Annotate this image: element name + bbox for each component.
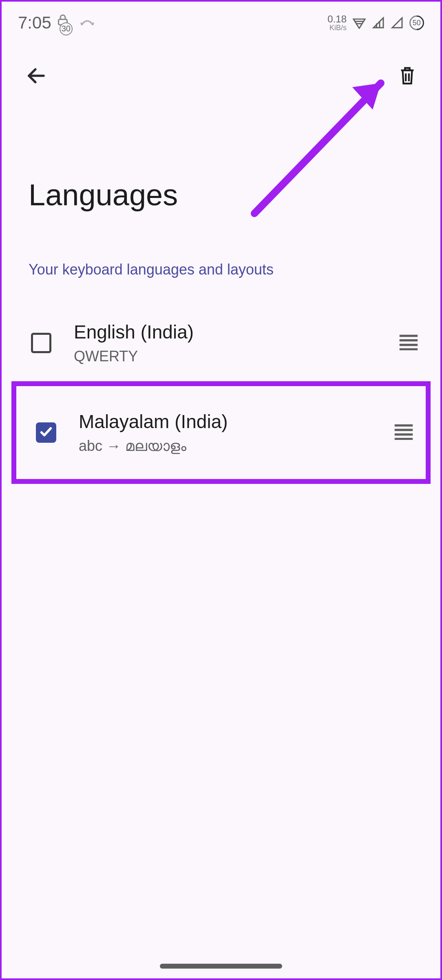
network-unit: KiB/s bbox=[327, 24, 347, 31]
language-text: Malayalam (India) abc → മലയാളം bbox=[79, 411, 370, 455]
trash-icon bbox=[398, 81, 417, 87]
drag-icon bbox=[397, 345, 420, 352]
annotation-highlight: Malayalam (India) abc → മലയാളം bbox=[11, 381, 431, 484]
battery-percent: 50 bbox=[413, 18, 421, 27]
language-list: English (India) QWERTY Malayalam (India)… bbox=[2, 278, 440, 484]
status-right: 0.18 KiB/s 50 bbox=[327, 14, 424, 31]
check-icon bbox=[39, 425, 53, 440]
back-button[interactable] bbox=[21, 61, 51, 92]
signal-2-icon bbox=[391, 17, 404, 29]
page-title: Languages bbox=[2, 92, 440, 212]
checkbox-checked[interactable] bbox=[36, 422, 56, 443]
gesture-bar[interactable] bbox=[160, 964, 282, 969]
language-subtitle: abc → മലയാളം bbox=[79, 437, 370, 455]
delete-button[interactable] bbox=[394, 62, 421, 91]
notification-lock-icon: 30 bbox=[55, 13, 76, 33]
section-label: Your keyboard languages and layouts bbox=[2, 212, 440, 278]
wifi-icon bbox=[352, 17, 366, 29]
language-text: English (India) QWERTY bbox=[74, 321, 375, 365]
drag-handle[interactable] bbox=[392, 424, 415, 442]
language-title: English (India) bbox=[74, 321, 375, 343]
arrow-left-icon bbox=[25, 82, 47, 88]
missed-call-icon bbox=[80, 16, 95, 29]
drag-icon bbox=[392, 434, 415, 441]
signal-1-icon bbox=[372, 17, 385, 29]
language-row-english[interactable]: English (India) QWERTY bbox=[2, 305, 440, 381]
status-left: 7:05 30 bbox=[18, 13, 95, 33]
network-value: 0.18 bbox=[327, 14, 347, 24]
checkbox-unchecked[interactable] bbox=[31, 333, 51, 353]
clock-time: 7:05 bbox=[18, 13, 51, 33]
toolbar bbox=[2, 40, 440, 92]
network-speed: 0.18 KiB/s bbox=[327, 14, 347, 31]
language-row-malayalam[interactable]: Malayalam (India) abc → മലയാളം bbox=[16, 386, 426, 479]
language-title: Malayalam (India) bbox=[79, 411, 370, 433]
battery-icon: 50 bbox=[407, 12, 427, 33]
language-subtitle: QWERTY bbox=[74, 348, 375, 365]
notification-count: 30 bbox=[60, 22, 73, 35]
status-bar: 7:05 30 0.18 KiB/s 50 bbox=[2, 2, 440, 40]
drag-handle[interactable] bbox=[397, 334, 420, 352]
